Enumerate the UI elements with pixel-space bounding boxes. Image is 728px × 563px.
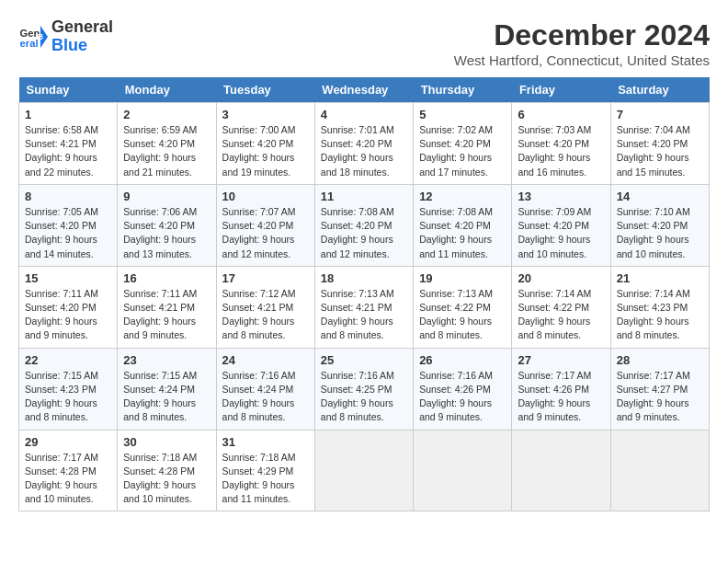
day-number: 12 — [419, 190, 506, 203]
day-info: Sunrise: 6:59 AMSunset: 4:20 PMDaylight:… — [123, 124, 197, 178]
calendar-cell: 30 Sunrise: 7:18 AMSunset: 4:28 PMDaylig… — [118, 430, 216, 511]
calendar-cell: 28 Sunrise: 7:17 AMSunset: 4:27 PMDaylig… — [610, 348, 709, 430]
day-info: Sunrise: 7:17 AMSunset: 4:26 PMDaylight:… — [518, 370, 591, 423]
calendar-cell: 25 Sunrise: 7:16 AMSunset: 4:25 PMDaylig… — [314, 348, 413, 430]
day-number: 24 — [222, 353, 309, 367]
day-number: 4 — [321, 108, 407, 121]
day-number: 25 — [321, 353, 407, 367]
day-number: 23 — [123, 353, 210, 367]
day-info: Sunrise: 7:14 AMSunset: 4:23 PMDaylight:… — [617, 288, 690, 341]
calendar-cell — [314, 430, 413, 511]
header: Gen eral B General Blue December 2024 We… — [18, 18, 710, 68]
title-area: December 2024 West Hartford, Connecticut… — [454, 18, 710, 68]
week-row-3: 15 Sunrise: 7:11 AMSunset: 4:20 PMDaylig… — [19, 266, 710, 348]
calendar-cell: 4 Sunrise: 7:01 AMSunset: 4:20 PMDayligh… — [314, 103, 413, 185]
calendar-cell: 27 Sunrise: 7:17 AMSunset: 4:26 PMDaylig… — [512, 348, 610, 430]
day-info: Sunrise: 7:13 AMSunset: 4:22 PMDaylight:… — [419, 288, 493, 341]
day-number: 26 — [419, 353, 506, 367]
calendar-cell — [414, 430, 512, 511]
calendar-cell: 7 Sunrise: 7:04 AMSunset: 4:20 PMDayligh… — [610, 103, 709, 185]
day-info: Sunrise: 7:08 AMSunset: 4:20 PMDaylight:… — [321, 206, 394, 259]
day-number: 3 — [222, 108, 309, 121]
day-info: Sunrise: 7:08 AMSunset: 4:20 PMDaylight:… — [419, 206, 493, 259]
calendar-cell: 24 Sunrise: 7:16 AMSunset: 4:24 PMDaylig… — [216, 348, 314, 430]
calendar-cell: 21 Sunrise: 7:14 AMSunset: 4:23 PMDaylig… — [610, 266, 709, 348]
day-info: Sunrise: 7:12 AMSunset: 4:21 PMDaylight:… — [222, 288, 296, 341]
calendar-table: SundayMondayTuesdayWednesdayThursdayFrid… — [18, 77, 710, 511]
day-info: Sunrise: 7:02 AMSunset: 4:20 PMDaylight:… — [419, 124, 493, 178]
day-info: Sunrise: 7:14 AMSunset: 4:22 PMDaylight:… — [518, 288, 591, 341]
calendar-cell: 11 Sunrise: 7:08 AMSunset: 4:20 PMDaylig… — [314, 184, 413, 266]
day-info: Sunrise: 7:18 AMSunset: 4:28 PMDaylight:… — [123, 452, 197, 505]
calendar-cell: 5 Sunrise: 7:02 AMSunset: 4:20 PMDayligh… — [414, 103, 512, 185]
day-info: Sunrise: 7:16 AMSunset: 4:26 PMDaylight:… — [419, 370, 493, 423]
week-row-1: 1 Sunrise: 6:58 AMSunset: 4:21 PMDayligh… — [19, 103, 710, 185]
day-info: Sunrise: 7:13 AMSunset: 4:21 PMDaylight:… — [321, 288, 394, 341]
day-info: Sunrise: 7:11 AMSunset: 4:20 PMDaylight:… — [25, 288, 98, 341]
day-info: Sunrise: 7:11 AMSunset: 4:21 PMDaylight:… — [123, 288, 197, 341]
calendar-header-row: SundayMondayTuesdayWednesdayThursdayFrid… — [19, 77, 710, 103]
day-number: 31 — [222, 435, 309, 449]
calendar-cell — [610, 430, 709, 511]
day-number: 15 — [25, 271, 111, 285]
day-info: Sunrise: 7:03 AMSunset: 4:20 PMDaylight:… — [518, 124, 591, 178]
day-number: 22 — [25, 353, 111, 367]
svg-text:eral: eral — [20, 38, 39, 49]
calendar-cell: 29 Sunrise: 7:17 AMSunset: 4:28 PMDaylig… — [19, 430, 118, 511]
header-sunday: Sunday — [19, 77, 118, 103]
day-number: 21 — [617, 271, 703, 285]
day-info: Sunrise: 7:05 AMSunset: 4:20 PMDaylight:… — [25, 206, 98, 259]
day-number: 18 — [321, 271, 407, 285]
day-info: Sunrise: 7:04 AMSunset: 4:20 PMDaylight:… — [617, 124, 690, 178]
day-number: 5 — [419, 108, 506, 121]
calendar-cell: 2 Sunrise: 6:59 AMSunset: 4:20 PMDayligh… — [118, 103, 216, 185]
calendar-cell: 14 Sunrise: 7:10 AMSunset: 4:20 PMDaylig… — [610, 184, 709, 266]
calendar-cell: 9 Sunrise: 7:06 AMSunset: 4:20 PMDayligh… — [118, 184, 216, 266]
day-info: Sunrise: 7:17 AMSunset: 4:28 PMDaylight:… — [25, 452, 98, 505]
day-number: 10 — [222, 190, 309, 203]
calendar-cell: 1 Sunrise: 6:58 AMSunset: 4:21 PMDayligh… — [19, 103, 118, 185]
day-number: 8 — [25, 190, 111, 203]
day-number: 14 — [617, 190, 703, 203]
calendar-cell: 18 Sunrise: 7:13 AMSunset: 4:21 PMDaylig… — [314, 266, 413, 348]
week-row-2: 8 Sunrise: 7:05 AMSunset: 4:20 PMDayligh… — [19, 184, 710, 266]
day-number: 29 — [25, 435, 111, 449]
calendar-cell: 13 Sunrise: 7:09 AMSunset: 4:20 PMDaylig… — [512, 184, 610, 266]
header-friday: Friday — [512, 77, 610, 103]
calendar-cell — [512, 430, 610, 511]
calendar-cell: 8 Sunrise: 7:05 AMSunset: 4:20 PMDayligh… — [19, 184, 118, 266]
header-monday: Monday — [118, 77, 216, 103]
day-info: Sunrise: 7:09 AMSunset: 4:20 PMDaylight:… — [518, 206, 591, 259]
day-number: 28 — [617, 353, 703, 367]
header-wednesday: Wednesday — [314, 77, 413, 103]
day-info: Sunrise: 6:58 AMSunset: 4:21 PMDaylight:… — [25, 124, 98, 178]
calendar-cell: 19 Sunrise: 7:13 AMSunset: 4:22 PMDaylig… — [414, 266, 512, 348]
day-number: 11 — [321, 190, 407, 203]
location-title: West Hartford, Connecticut, United State… — [454, 52, 710, 68]
day-info: Sunrise: 7:16 AMSunset: 4:25 PMDaylight:… — [321, 370, 394, 423]
calendar-cell: 22 Sunrise: 7:15 AMSunset: 4:23 PMDaylig… — [19, 348, 118, 430]
day-info: Sunrise: 7:18 AMSunset: 4:29 PMDaylight:… — [222, 452, 296, 505]
day-info: Sunrise: 7:01 AMSunset: 4:20 PMDaylight:… — [321, 124, 394, 178]
calendar-cell: 6 Sunrise: 7:03 AMSunset: 4:20 PMDayligh… — [512, 103, 610, 185]
header-tuesday: Tuesday — [216, 77, 314, 103]
day-number: 19 — [419, 271, 506, 285]
day-info: Sunrise: 7:15 AMSunset: 4:24 PMDaylight:… — [123, 370, 197, 423]
svg-text:B: B — [38, 32, 43, 41]
calendar-cell: 23 Sunrise: 7:15 AMSunset: 4:24 PMDaylig… — [118, 348, 216, 430]
week-row-5: 29 Sunrise: 7:17 AMSunset: 4:28 PMDaylig… — [19, 430, 710, 511]
day-info: Sunrise: 7:15 AMSunset: 4:23 PMDaylight:… — [25, 370, 98, 423]
day-info: Sunrise: 7:07 AMSunset: 4:20 PMDaylight:… — [222, 206, 296, 259]
day-number: 7 — [617, 108, 703, 121]
calendar-cell: 17 Sunrise: 7:12 AMSunset: 4:21 PMDaylig… — [216, 266, 314, 348]
logo: Gen eral B General Blue — [18, 18, 113, 55]
day-number: 16 — [123, 271, 210, 285]
day-info: Sunrise: 7:16 AMSunset: 4:24 PMDaylight:… — [222, 370, 296, 423]
day-number: 6 — [518, 108, 604, 121]
day-info: Sunrise: 7:17 AMSunset: 4:27 PMDaylight:… — [617, 370, 690, 423]
day-info: Sunrise: 7:10 AMSunset: 4:20 PMDaylight:… — [617, 206, 690, 259]
calendar-cell: 20 Sunrise: 7:14 AMSunset: 4:22 PMDaylig… — [512, 266, 610, 348]
calendar-cell: 26 Sunrise: 7:16 AMSunset: 4:26 PMDaylig… — [414, 348, 512, 430]
day-number: 13 — [518, 190, 604, 203]
week-row-4: 22 Sunrise: 7:15 AMSunset: 4:23 PMDaylig… — [19, 348, 710, 430]
